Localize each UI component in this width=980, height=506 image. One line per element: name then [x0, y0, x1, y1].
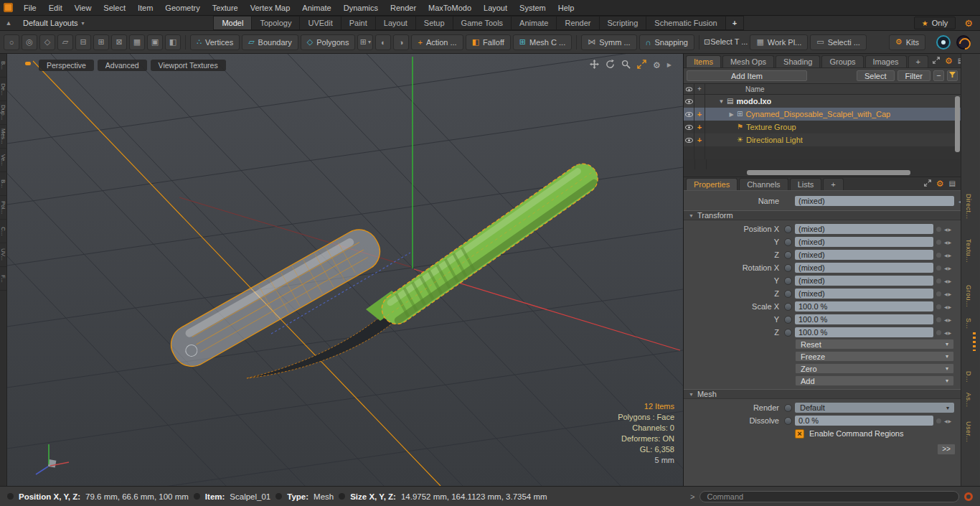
scrub-arrows-icon[interactable]: ◀▶ — [944, 278, 952, 284]
right-tab-groups[interactable]: Grou... — [965, 285, 972, 307]
tab-channels[interactable]: Channels — [739, 178, 788, 190]
right-tab-assembly[interactable]: As... — [965, 393, 972, 408]
menu-layout[interactable]: Layout — [478, 1, 513, 14]
mesh-constraint-button[interactable]: ⊞Mesh C ... — [513, 34, 572, 50]
rotate-icon[interactable] — [606, 60, 615, 70]
tree-row-scene[interactable]: ▼ ▤ modo.lxo — [684, 95, 961, 108]
scrub-arrows-icon[interactable]: ◀▶ — [944, 227, 952, 232]
pin-column-header[interactable]: + — [694, 84, 705, 94]
menu-file[interactable]: File — [18, 1, 42, 14]
left-tab-basic[interactable]: B... — [0, 54, 6, 78]
viewport-grip[interactable] — [25, 62, 31, 65]
scale-y-field[interactable]: 100.0 % — [795, 314, 933, 324]
left-tab-duplicate[interactable]: Dup... — [0, 101, 6, 125]
channel-knob-icon[interactable] — [784, 225, 792, 233]
scrub-arrows-icon[interactable]: ◀▶ — [944, 330, 952, 335]
action-center-button[interactable]: +Action ... — [411, 34, 463, 50]
name-column-header[interactable]: Name — [705, 85, 765, 93]
visibility-cell[interactable] — [684, 133, 694, 146]
menu-select[interactable]: Select — [98, 1, 131, 14]
dissolve-field[interactable]: 0.0 % — [795, 416, 933, 426]
menu-help[interactable]: Help — [552, 1, 580, 14]
select-through-button[interactable]: ⊡Select T ... — [704, 37, 748, 47]
vertices-button[interactable]: ∴Vertices — [190, 34, 240, 50]
wire-sphere-icon[interactable]: ◑ — [393, 34, 409, 50]
scrub-arrows-icon[interactable]: ◀▶ — [944, 304, 952, 309]
layout-preset-dropdown[interactable]: Default Layouts ▾ — [17, 19, 90, 27]
tab-paint[interactable]: Paint — [341, 16, 375, 30]
tab-render[interactable]: Render — [556, 16, 598, 30]
reset-button[interactable]: Reset▾ — [795, 339, 954, 350]
expand-panel-icon[interactable] — [933, 57, 940, 65]
transform-section-header[interactable]: ▼ Transform — [684, 210, 961, 220]
advanced-button[interactable]: Advanced — [98, 60, 147, 71]
menu-animate[interactable]: Animate — [296, 1, 336, 14]
tab-scripting[interactable]: Scripting — [599, 16, 646, 30]
channel-knob-icon[interactable] — [784, 329, 792, 337]
panel-drag-grip[interactable] — [973, 332, 976, 351]
selection-sets-button[interactable]: ▭Selecti ... — [810, 34, 867, 50]
channel-knob-icon[interactable] — [784, 316, 792, 324]
menu-geometry[interactable]: Geometry — [159, 1, 205, 14]
add-properties-tab-button[interactable]: + — [823, 178, 843, 190]
command-input[interactable] — [699, 491, 959, 502]
menu-edit[interactable]: Edit — [43, 1, 68, 14]
scrub-arrows-icon[interactable]: ◀▶ — [944, 266, 952, 271]
modo-ball-badge-icon[interactable] — [936, 35, 951, 50]
pin-cell[interactable]: + — [694, 121, 705, 133]
menu-system[interactable]: System — [514, 1, 552, 14]
select-button[interactable]: Select — [857, 70, 895, 81]
grid-tool-icon[interactable]: ▦ — [129, 34, 145, 50]
radial-tool-icon[interactable]: ◎ — [22, 34, 37, 50]
shade-tool-icon[interactable]: ◧ — [165, 34, 181, 50]
left-tab-bevel[interactable]: B... — [0, 172, 6, 196]
diamond-tool-icon[interactable]: ◇ — [39, 34, 55, 50]
panel-tool-icon[interactable]: ▣ — [147, 34, 163, 50]
mesh-section-header[interactable]: ▼ Mesh — [684, 389, 961, 399]
record-icon[interactable] — [964, 492, 973, 501]
item-mode-dropdown[interactable]: ⊞▾ — [357, 34, 373, 50]
add-button[interactable]: Add▾ — [795, 375, 954, 386]
kits-button[interactable]: ⚙Kits — [889, 34, 925, 50]
skew-tool-icon[interactable]: ▱ — [57, 34, 73, 50]
work-plane-button[interactable]: ▦Work Pl... — [750, 34, 808, 50]
right-tab-d[interactable]: D... — [965, 371, 972, 383]
only-button[interactable]: ★ Only — [914, 17, 956, 29]
vertical-scrollbar[interactable] — [955, 96, 960, 152]
visibility-cell[interactable] — [684, 108, 694, 121]
tab-items[interactable]: Items — [686, 55, 721, 67]
position-x-field[interactable]: (mixed) — [795, 224, 933, 234]
channel-knob-icon[interactable] — [784, 303, 792, 311]
name-field[interactable]: (mixed) — [795, 196, 954, 206]
channel-knob-icon[interactable] — [784, 290, 792, 298]
left-tab-polygon[interactable]: Pol... — [0, 196, 6, 220]
tab-layout[interactable]: Layout — [375, 16, 415, 30]
position-y-field[interactable]: (mixed) — [795, 237, 933, 247]
tab-model[interactable]: Model — [213, 16, 251, 30]
visibility-cell[interactable] — [684, 95, 694, 108]
left-tab-uv[interactable]: UV... — [0, 243, 6, 267]
tab-lists[interactable]: Lists — [790, 178, 822, 190]
panel-list-icon[interactable]: ▤ — [949, 180, 956, 187]
filter-funnel-icon[interactable] — [947, 70, 958, 81]
left-tab-curve[interactable]: C... — [0, 220, 6, 243]
zero-button[interactable]: Zero▾ — [795, 363, 954, 374]
boundary-button[interactable]: ▱Boundary — [242, 34, 298, 50]
array-tool-icon[interactable]: ⊞ — [93, 34, 109, 50]
pin-cell[interactable]: + — [694, 108, 705, 121]
tab-mesh-ops[interactable]: Mesh Ops — [722, 55, 774, 67]
polygons-button[interactable]: ◇Polygons — [301, 34, 356, 50]
right-tab-directional[interactable]: Direct... — [965, 194, 972, 220]
scrub-arrows-icon[interactable]: ◀▶ — [944, 253, 952, 258]
pin-cell[interactable]: + — [694, 133, 705, 146]
viewport-3d[interactable]: Perspective Advanced Viewport Textures ⚙… — [7, 54, 683, 486]
left-tab-falloff[interactable]: F... — [0, 267, 6, 291]
collapse-triangle-icon[interactable]: ▼ — [717, 98, 726, 105]
menu-render[interactable]: Render — [385, 1, 422, 14]
tab-game-tools[interactable]: Game Tools — [453, 16, 512, 30]
menu-vertex-map[interactable]: Vertex Map — [245, 1, 296, 14]
ellipse-tool-icon[interactable]: ○ — [4, 34, 19, 50]
falloff-button[interactable]: ◧Falloff — [466, 34, 511, 50]
right-tab-texture[interactable]: Textu... — [965, 239, 972, 263]
panel-gear-icon[interactable]: ⚙ — [936, 179, 944, 188]
